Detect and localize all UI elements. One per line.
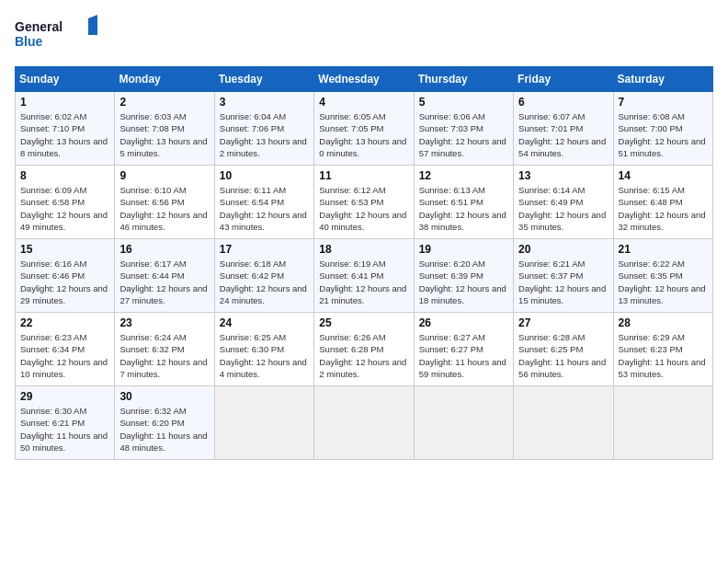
calendar-day-cell: 27 Sunrise: 6:28 AM Sunset: 6:25 PM Dayl… bbox=[514, 313, 613, 386]
day-of-week-sunday: Sunday bbox=[16, 67, 115, 92]
day-number: 4 bbox=[319, 96, 408, 109]
day-of-week-saturday: Saturday bbox=[613, 67, 712, 92]
day-number: 8 bbox=[20, 169, 109, 182]
calendar-day-cell: 12 Sunrise: 6:13 AM Sunset: 6:51 PM Dayl… bbox=[414, 166, 513, 239]
logo-icon: General Blue bbox=[15, 15, 97, 55]
calendar-week-row: 22 Sunrise: 6:23 AM Sunset: 6:34 PM Dayl… bbox=[16, 313, 713, 386]
day-of-week-wednesday: Wednesday bbox=[314, 67, 414, 92]
day-info: Sunrise: 6:20 AM Sunset: 6:39 PM Dayligh… bbox=[419, 258, 508, 306]
calendar-week-row: 1 Sunrise: 6:02 AM Sunset: 7:10 PM Dayli… bbox=[16, 92, 713, 166]
day-number: 29 bbox=[20, 390, 109, 403]
day-of-week-tuesday: Tuesday bbox=[214, 67, 313, 92]
svg-text:General: General bbox=[15, 19, 63, 34]
calendar-day-cell: 24 Sunrise: 6:25 AM Sunset: 6:30 PM Dayl… bbox=[214, 313, 313, 386]
day-info: Sunrise: 6:12 AM Sunset: 6:53 PM Dayligh… bbox=[319, 184, 408, 233]
calendar-day-cell: 10 Sunrise: 6:11 AM Sunset: 6:54 PM Dayl… bbox=[214, 166, 313, 239]
day-number: 26 bbox=[419, 316, 508, 329]
svg-text:Blue: Blue bbox=[15, 34, 43, 49]
calendar-day-cell bbox=[514, 386, 613, 460]
day-number: 25 bbox=[319, 316, 408, 329]
calendar-day-cell: 17 Sunrise: 6:18 AM Sunset: 6:42 PM Dayl… bbox=[214, 239, 313, 313]
calendar-day-cell: 19 Sunrise: 6:20 AM Sunset: 6:39 PM Dayl… bbox=[414, 239, 513, 313]
day-number: 2 bbox=[119, 96, 209, 109]
day-info: Sunrise: 6:19 AM Sunset: 6:41 PM Dayligh… bbox=[319, 258, 408, 306]
day-info: Sunrise: 6:05 AM Sunset: 7:05 PM Dayligh… bbox=[319, 110, 408, 159]
day-of-week-friday: Friday bbox=[514, 67, 613, 92]
day-info: Sunrise: 6:14 AM Sunset: 6:49 PM Dayligh… bbox=[518, 184, 608, 233]
calendar-day-cell: 1 Sunrise: 6:02 AM Sunset: 7:10 PM Dayli… bbox=[16, 92, 115, 166]
calendar-day-cell: 23 Sunrise: 6:24 AM Sunset: 6:32 PM Dayl… bbox=[115, 313, 214, 386]
day-info: Sunrise: 6:16 AM Sunset: 6:46 PM Dayligh… bbox=[20, 258, 109, 306]
day-number: 20 bbox=[518, 243, 608, 256]
calendar-day-cell: 5 Sunrise: 6:06 AM Sunset: 7:03 PM Dayli… bbox=[414, 92, 513, 166]
logo: General Blue bbox=[15, 15, 97, 55]
calendar-day-cell: 18 Sunrise: 6:19 AM Sunset: 6:41 PM Dayl… bbox=[314, 239, 414, 313]
day-of-week-monday: Monday bbox=[115, 67, 214, 92]
day-number: 12 bbox=[419, 169, 508, 182]
day-info: Sunrise: 6:04 AM Sunset: 7:06 PM Dayligh… bbox=[220, 110, 309, 159]
day-number: 17 bbox=[220, 243, 309, 256]
day-number: 7 bbox=[619, 96, 708, 109]
day-number: 28 bbox=[619, 316, 708, 329]
day-number: 22 bbox=[20, 316, 109, 329]
day-info: Sunrise: 6:25 AM Sunset: 6:30 PM Dayligh… bbox=[220, 331, 309, 380]
calendar-day-cell: 21 Sunrise: 6:22 AM Sunset: 6:35 PM Dayl… bbox=[613, 239, 712, 313]
day-number: 19 bbox=[419, 243, 508, 256]
day-info: Sunrise: 6:23 AM Sunset: 6:34 PM Dayligh… bbox=[20, 331, 109, 380]
day-info: Sunrise: 6:27 AM Sunset: 6:27 PM Dayligh… bbox=[419, 331, 508, 380]
day-info: Sunrise: 6:09 AM Sunset: 6:58 PM Dayligh… bbox=[20, 184, 109, 233]
calendar-header-row: SundayMondayTuesdayWednesdayThursdayFrid… bbox=[16, 67, 713, 92]
day-number: 15 bbox=[20, 243, 109, 256]
day-number: 18 bbox=[319, 243, 408, 256]
calendar-week-row: 8 Sunrise: 6:09 AM Sunset: 6:58 PM Dayli… bbox=[16, 166, 713, 239]
day-info: Sunrise: 6:02 AM Sunset: 7:10 PM Dayligh… bbox=[20, 110, 109, 159]
calendar-day-cell: 25 Sunrise: 6:26 AM Sunset: 6:28 PM Dayl… bbox=[314, 313, 414, 386]
day-info: Sunrise: 6:08 AM Sunset: 7:00 PM Dayligh… bbox=[619, 110, 708, 159]
day-info: Sunrise: 6:18 AM Sunset: 6:42 PM Dayligh… bbox=[220, 258, 309, 306]
calendar-day-cell bbox=[314, 386, 414, 460]
day-info: Sunrise: 6:13 AM Sunset: 6:51 PM Dayligh… bbox=[419, 184, 508, 233]
day-info: Sunrise: 6:11 AM Sunset: 6:54 PM Dayligh… bbox=[220, 184, 309, 233]
day-info: Sunrise: 6:28 AM Sunset: 6:25 PM Dayligh… bbox=[518, 331, 608, 380]
day-number: 21 bbox=[619, 243, 708, 256]
calendar-week-row: 29 Sunrise: 6:30 AM Sunset: 6:21 PM Dayl… bbox=[16, 386, 713, 460]
calendar-day-cell: 16 Sunrise: 6:17 AM Sunset: 6:44 PM Dayl… bbox=[115, 239, 214, 313]
calendar-day-cell: 2 Sunrise: 6:03 AM Sunset: 7:08 PM Dayli… bbox=[115, 92, 214, 166]
calendar-day-cell: 13 Sunrise: 6:14 AM Sunset: 6:49 PM Dayl… bbox=[514, 166, 613, 239]
day-number: 10 bbox=[220, 169, 309, 182]
calendar-table: SundayMondayTuesdayWednesdayThursdayFrid… bbox=[15, 66, 713, 460]
calendar-day-cell: 7 Sunrise: 6:08 AM Sunset: 7:00 PM Dayli… bbox=[613, 92, 712, 166]
calendar-day-cell: 26 Sunrise: 6:27 AM Sunset: 6:27 PM Dayl… bbox=[414, 313, 513, 386]
calendar-day-cell: 3 Sunrise: 6:04 AM Sunset: 7:06 PM Dayli… bbox=[214, 92, 313, 166]
day-number: 13 bbox=[518, 169, 608, 182]
svg-marker-2 bbox=[88, 15, 97, 35]
day-info: Sunrise: 6:22 AM Sunset: 6:35 PM Dayligh… bbox=[619, 258, 708, 306]
calendar-week-row: 15 Sunrise: 6:16 AM Sunset: 6:46 PM Dayl… bbox=[16, 239, 713, 313]
day-info: Sunrise: 6:32 AM Sunset: 6:20 PM Dayligh… bbox=[119, 405, 209, 454]
day-info: Sunrise: 6:30 AM Sunset: 6:21 PM Dayligh… bbox=[20, 405, 109, 454]
day-info: Sunrise: 6:29 AM Sunset: 6:23 PM Dayligh… bbox=[619, 331, 708, 380]
calendar-day-cell: 6 Sunrise: 6:07 AM Sunset: 7:01 PM Dayli… bbox=[514, 92, 613, 166]
day-number: 27 bbox=[518, 316, 608, 329]
day-info: Sunrise: 6:15 AM Sunset: 6:48 PM Dayligh… bbox=[619, 184, 708, 233]
day-number: 3 bbox=[220, 96, 309, 109]
day-info: Sunrise: 6:26 AM Sunset: 6:28 PM Dayligh… bbox=[319, 331, 408, 380]
day-number: 16 bbox=[119, 243, 209, 256]
calendar-day-cell: 15 Sunrise: 6:16 AM Sunset: 6:46 PM Dayl… bbox=[16, 239, 115, 313]
calendar-day-cell: 4 Sunrise: 6:05 AM Sunset: 7:05 PM Dayli… bbox=[314, 92, 414, 166]
calendar-day-cell: 30 Sunrise: 6:32 AM Sunset: 6:20 PM Dayl… bbox=[115, 386, 214, 460]
day-number: 9 bbox=[119, 169, 209, 182]
day-info: Sunrise: 6:03 AM Sunset: 7:08 PM Dayligh… bbox=[119, 110, 209, 159]
calendar-day-cell: 29 Sunrise: 6:30 AM Sunset: 6:21 PM Dayl… bbox=[16, 386, 115, 460]
calendar-day-cell bbox=[214, 386, 313, 460]
calendar-day-cell: 20 Sunrise: 6:21 AM Sunset: 6:37 PM Dayl… bbox=[514, 239, 613, 313]
calendar-day-cell bbox=[414, 386, 513, 460]
day-number: 23 bbox=[119, 316, 209, 329]
calendar-day-cell: 11 Sunrise: 6:12 AM Sunset: 6:53 PM Dayl… bbox=[314, 166, 414, 239]
day-number: 5 bbox=[419, 96, 508, 109]
day-number: 14 bbox=[619, 169, 708, 182]
calendar-day-cell: 28 Sunrise: 6:29 AM Sunset: 6:23 PM Dayl… bbox=[613, 313, 712, 386]
calendar-day-cell bbox=[613, 386, 712, 460]
day-number: 24 bbox=[220, 316, 309, 329]
day-info: Sunrise: 6:21 AM Sunset: 6:37 PM Dayligh… bbox=[518, 258, 608, 306]
